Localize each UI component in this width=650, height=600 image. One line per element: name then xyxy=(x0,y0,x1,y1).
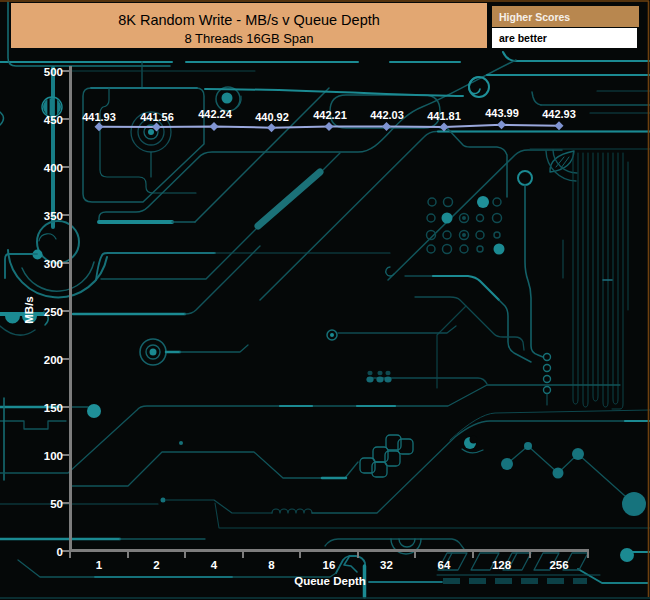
svg-text:400: 400 xyxy=(44,162,63,174)
svg-text:150: 150 xyxy=(44,402,63,414)
svg-text:1: 1 xyxy=(96,559,103,571)
svg-text:442.03: 442.03 xyxy=(370,109,404,121)
svg-text:442.21: 442.21 xyxy=(313,109,347,121)
svg-text:500: 500 xyxy=(44,66,63,78)
svg-text:440.92: 440.92 xyxy=(255,111,289,123)
svg-text:8 Threads 16GB Span: 8 Threads 16GB Span xyxy=(184,31,313,46)
svg-text:8K Random Write - MB/s v Queue: 8K Random Write - MB/s v Queue Depth xyxy=(118,12,380,28)
svg-text:100: 100 xyxy=(44,450,63,462)
svg-text:32: 32 xyxy=(380,559,393,571)
svg-text:300: 300 xyxy=(44,258,63,270)
svg-text:0: 0 xyxy=(57,546,63,558)
svg-text:8: 8 xyxy=(268,559,275,571)
svg-text:16: 16 xyxy=(323,559,336,571)
svg-text:442.93: 442.93 xyxy=(542,108,576,120)
svg-text:441.93: 441.93 xyxy=(82,111,116,123)
svg-text:128: 128 xyxy=(492,559,512,571)
svg-text:256: 256 xyxy=(549,559,568,571)
svg-text:MB/s: MB/s xyxy=(23,296,35,323)
svg-text:441.81: 441.81 xyxy=(427,110,461,122)
svg-text:Higher Scores: Higher Scores xyxy=(499,11,570,23)
svg-text:64: 64 xyxy=(438,559,451,571)
svg-text:4: 4 xyxy=(211,559,218,571)
svg-text:350: 350 xyxy=(44,210,63,222)
svg-text:2: 2 xyxy=(153,559,159,571)
svg-text:250: 250 xyxy=(44,306,63,318)
svg-text:443.99: 443.99 xyxy=(485,107,519,119)
svg-text:200: 200 xyxy=(44,354,63,366)
svg-text:441.56: 441.56 xyxy=(140,111,174,123)
svg-text:are better: are better xyxy=(499,32,547,44)
svg-text:442.24: 442.24 xyxy=(198,108,233,120)
svg-text:50: 50 xyxy=(50,498,63,510)
svg-text:Queue Depth: Queue Depth xyxy=(294,575,366,587)
svg-text:450: 450 xyxy=(44,114,63,126)
